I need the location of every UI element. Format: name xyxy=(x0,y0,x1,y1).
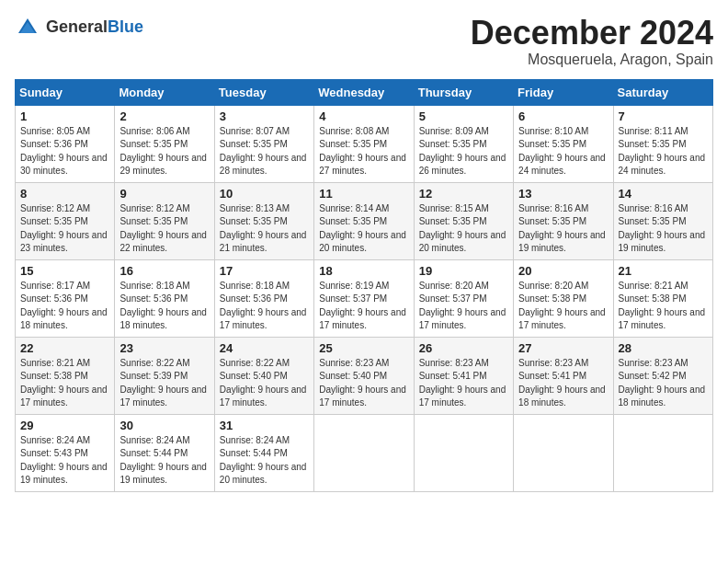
table-row: 14 Sunrise: 8:16 AMSunset: 5:35 PMDaylig… xyxy=(613,182,712,259)
day-number: 1 xyxy=(20,109,109,123)
day-info: Sunrise: 8:12 AMSunset: 5:35 PMDaylight:… xyxy=(119,203,207,254)
table-row xyxy=(314,414,414,491)
day-info: Sunrise: 8:24 AMSunset: 5:44 PMDaylight:… xyxy=(220,435,307,486)
table-row: 25 Sunrise: 8:23 AMSunset: 5:40 PMDaylig… xyxy=(314,337,414,414)
day-info: Sunrise: 8:21 AMSunset: 5:38 PMDaylight:… xyxy=(20,358,108,408)
day-number: 17 xyxy=(220,264,309,278)
day-number: 24 xyxy=(220,341,309,355)
day-info: Sunrise: 8:21 AMSunset: 5:38 PMDaylight:… xyxy=(619,281,706,331)
day-number: 12 xyxy=(419,187,508,201)
table-row: 20 Sunrise: 8:20 AMSunset: 5:38 PMDaylig… xyxy=(514,259,613,337)
table-row: 16 Sunrise: 8:18 AMSunset: 5:36 PMDaylig… xyxy=(115,259,214,337)
month-title: December 2024 xyxy=(471,15,713,52)
col-header-friday: Friday xyxy=(514,79,613,105)
header: GeneralBlue December 2024 Mosqueruela, A… xyxy=(15,15,713,68)
day-number: 9 xyxy=(119,187,209,201)
day-number: 11 xyxy=(319,187,408,201)
table-row: 26 Sunrise: 8:23 AMSunset: 5:41 PMDaylig… xyxy=(414,337,513,414)
table-row: 28 Sunrise: 8:23 AMSunset: 5:42 PMDaylig… xyxy=(613,337,712,414)
day-info: Sunrise: 8:07 AMSunset: 5:35 PMDaylight:… xyxy=(220,126,307,177)
table-row xyxy=(514,414,613,491)
day-info: Sunrise: 8:23 AMSunset: 5:40 PMDaylight:… xyxy=(319,358,406,408)
day-info: Sunrise: 8:23 AMSunset: 5:41 PMDaylight:… xyxy=(419,358,506,408)
day-number: 16 xyxy=(119,264,209,278)
day-number: 31 xyxy=(220,419,309,432)
col-header-sunday: Sunday xyxy=(16,79,115,105)
table-row: 8 Sunrise: 8:12 AMSunset: 5:35 PMDayligh… xyxy=(16,182,115,259)
day-number: 6 xyxy=(518,109,608,123)
table-row: 15 Sunrise: 8:17 AMSunset: 5:36 PMDaylig… xyxy=(16,259,115,337)
day-info: Sunrise: 8:15 AMSunset: 5:35 PMDaylight:… xyxy=(419,203,506,254)
col-header-thursday: Thursday xyxy=(414,79,513,105)
day-info: Sunrise: 8:23 AMSunset: 5:42 PMDaylight:… xyxy=(619,358,706,408)
table-row: 19 Sunrise: 8:20 AMSunset: 5:37 PMDaylig… xyxy=(414,259,513,337)
table-row: 10 Sunrise: 8:13 AMSunset: 5:35 PMDaylig… xyxy=(214,182,313,259)
day-info: Sunrise: 8:16 AMSunset: 5:35 PMDaylight:… xyxy=(518,203,606,254)
day-number: 10 xyxy=(220,187,309,201)
table-row: 31 Sunrise: 8:24 AMSunset: 5:44 PMDaylig… xyxy=(214,414,313,491)
table-row: 22 Sunrise: 8:21 AMSunset: 5:38 PMDaylig… xyxy=(16,337,115,414)
day-info: Sunrise: 8:05 AMSunset: 5:36 PMDaylight:… xyxy=(20,126,108,177)
day-info: Sunrise: 8:13 AMSunset: 5:35 PMDaylight:… xyxy=(220,203,307,254)
title-area: December 2024 Mosqueruela, Aragon, Spain xyxy=(471,15,713,68)
day-number: 4 xyxy=(319,109,408,123)
table-row: 11 Sunrise: 8:14 AMSunset: 5:35 PMDaylig… xyxy=(314,182,414,259)
table-row: 9 Sunrise: 8:12 AMSunset: 5:35 PMDayligh… xyxy=(115,182,214,259)
day-number: 21 xyxy=(619,264,708,278)
day-info: Sunrise: 8:18 AMSunset: 5:36 PMDaylight:… xyxy=(119,281,207,331)
day-number: 2 xyxy=(119,109,209,123)
table-row: 23 Sunrise: 8:22 AMSunset: 5:39 PMDaylig… xyxy=(115,337,214,414)
day-info: Sunrise: 8:06 AMSunset: 5:35 PMDaylight:… xyxy=(119,126,207,177)
day-number: 14 xyxy=(619,187,708,201)
day-number: 22 xyxy=(20,341,109,355)
table-row: 17 Sunrise: 8:18 AMSunset: 5:36 PMDaylig… xyxy=(214,259,313,337)
table-row: 18 Sunrise: 8:19 AMSunset: 5:37 PMDaylig… xyxy=(314,259,414,337)
day-info: Sunrise: 8:23 AMSunset: 5:41 PMDaylight:… xyxy=(518,358,606,408)
day-number: 28 xyxy=(619,341,708,355)
col-header-saturday: Saturday xyxy=(613,79,712,105)
day-info: Sunrise: 8:17 AMSunset: 5:36 PMDaylight:… xyxy=(20,281,108,331)
day-info: Sunrise: 8:24 AMSunset: 5:44 PMDaylight:… xyxy=(119,435,207,486)
day-info: Sunrise: 8:20 AMSunset: 5:38 PMDaylight:… xyxy=(518,281,606,331)
day-number: 18 xyxy=(319,264,408,278)
day-number: 13 xyxy=(518,187,608,201)
table-row: 24 Sunrise: 8:22 AMSunset: 5:40 PMDaylig… xyxy=(214,337,313,414)
day-info: Sunrise: 8:16 AMSunset: 5:35 PMDaylight:… xyxy=(619,203,706,254)
day-info: Sunrise: 8:11 AMSunset: 5:35 PMDaylight:… xyxy=(619,126,706,177)
day-number: 20 xyxy=(518,264,608,278)
day-number: 23 xyxy=(119,341,209,355)
col-header-tuesday: Tuesday xyxy=(214,79,313,105)
logo-icon xyxy=(15,15,40,40)
day-info: Sunrise: 8:18 AMSunset: 5:36 PMDaylight:… xyxy=(220,281,307,331)
day-info: Sunrise: 8:22 AMSunset: 5:40 PMDaylight:… xyxy=(220,358,307,408)
day-number: 26 xyxy=(419,341,508,355)
day-number: 8 xyxy=(20,187,109,201)
day-info: Sunrise: 8:08 AMSunset: 5:35 PMDaylight:… xyxy=(319,126,406,177)
location-title: Mosqueruela, Aragon, Spain xyxy=(471,52,713,68)
day-info: Sunrise: 8:20 AMSunset: 5:37 PMDaylight:… xyxy=(419,281,506,331)
table-row: 1 Sunrise: 8:05 AMSunset: 5:36 PMDayligh… xyxy=(16,105,115,182)
day-number: 27 xyxy=(518,341,608,355)
day-number: 3 xyxy=(220,109,309,123)
table-row: 4 Sunrise: 8:08 AMSunset: 5:35 PMDayligh… xyxy=(314,105,414,182)
day-number: 29 xyxy=(20,419,109,432)
table-row: 30 Sunrise: 8:24 AMSunset: 5:44 PMDaylig… xyxy=(115,414,214,491)
table-row: 6 Sunrise: 8:10 AMSunset: 5:35 PMDayligh… xyxy=(514,105,613,182)
table-row: 7 Sunrise: 8:11 AMSunset: 5:35 PMDayligh… xyxy=(613,105,712,182)
calendar-table: SundayMondayTuesdayWednesdayThursdayFrid… xyxy=(15,79,713,492)
day-number: 30 xyxy=(119,419,209,432)
day-info: Sunrise: 8:10 AMSunset: 5:35 PMDaylight:… xyxy=(518,126,606,177)
col-header-wednesday: Wednesday xyxy=(314,79,414,105)
table-row xyxy=(613,414,712,491)
day-info: Sunrise: 8:12 AMSunset: 5:35 PMDaylight:… xyxy=(20,203,108,254)
col-header-monday: Monday xyxy=(115,79,214,105)
table-row: 27 Sunrise: 8:23 AMSunset: 5:41 PMDaylig… xyxy=(514,337,613,414)
day-number: 19 xyxy=(419,264,508,278)
day-number: 25 xyxy=(319,341,408,355)
day-info: Sunrise: 8:14 AMSunset: 5:35 PMDaylight:… xyxy=(319,203,406,254)
table-row: 3 Sunrise: 8:07 AMSunset: 5:35 PMDayligh… xyxy=(214,105,313,182)
day-info: Sunrise: 8:19 AMSunset: 5:37 PMDaylight:… xyxy=(319,281,406,331)
table-row: 5 Sunrise: 8:09 AMSunset: 5:35 PMDayligh… xyxy=(414,105,513,182)
day-number: 5 xyxy=(419,109,508,123)
day-number: 7 xyxy=(619,109,708,123)
